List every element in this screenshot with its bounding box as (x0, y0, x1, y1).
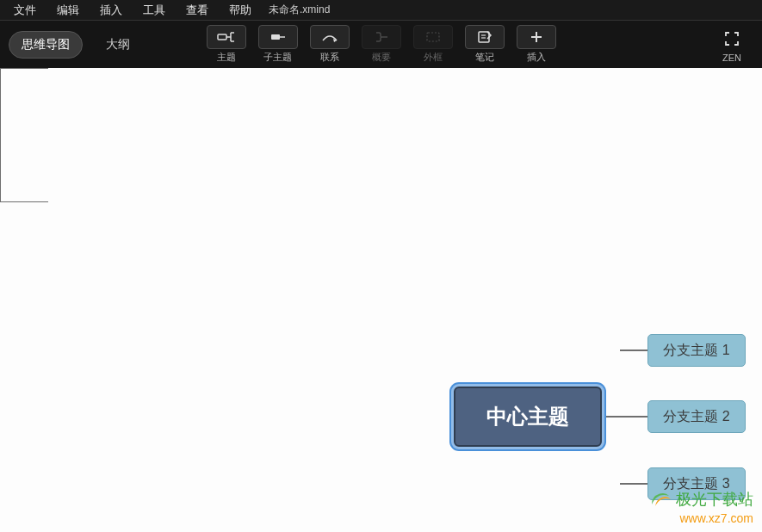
note-label: 笔记 (475, 51, 494, 64)
subtopic-icon (258, 25, 298, 49)
svg-rect-5 (271, 34, 280, 40)
connector-line (0, 68, 48, 202)
note-button[interactable]: 笔记 (462, 25, 507, 64)
topic-label: 主题 (217, 51, 236, 64)
boundary-button[interactable]: 外框 (411, 25, 455, 64)
boundary-icon (413, 25, 453, 49)
summary-button[interactable]: 概要 (359, 25, 404, 64)
menu-file[interactable]: 文件 (3, 0, 46, 21)
menu-insert[interactable]: 插入 (90, 0, 133, 21)
menu-view[interactable]: 查看 (176, 0, 219, 21)
document-title: 未命名.xmind (262, 3, 330, 17)
summary-label: 概要 (372, 51, 391, 64)
central-topic[interactable]: 中心主题 (454, 387, 602, 447)
branch-topic-1[interactable]: 分支主题 1 (647, 334, 746, 367)
relation-button[interactable]: 联系 (307, 25, 352, 64)
topic-button[interactable]: 主题 (204, 25, 249, 64)
branch-topic-2[interactable]: 分支主题 2 (647, 400, 746, 433)
summary-icon (362, 25, 401, 49)
watermark-text: 极光下载站 (676, 489, 753, 510)
relation-label: 联系 (320, 51, 339, 64)
subtopic-button[interactable]: 子主题 (256, 25, 300, 64)
fullscreen-icon (712, 27, 752, 51)
view-mindmap-button[interactable]: 思维导图 (9, 31, 83, 59)
canvas[interactable]: 中心主题 分支主题 1 分支主题 2 分支主题 3 极光下载站 www.xz7.… (0, 68, 762, 532)
boundary-label: 外框 (424, 51, 443, 64)
menubar: 文件 编辑 插入 工具 查看 帮助 未命名.xmind (0, 0, 762, 21)
svg-rect-0 (218, 34, 226, 40)
subtopic-label: 子主题 (263, 51, 292, 64)
insert-label: 插入 (527, 51, 546, 64)
insert-icon (517, 25, 556, 49)
insert-button[interactable]: 插入 (514, 25, 559, 64)
view-toggle: 思维导图 大纲 (9, 31, 143, 59)
relation-icon (310, 25, 350, 49)
connector-line (601, 416, 647, 418)
toolbar-center: 主题 子主题 联系 概要 外框 (204, 25, 559, 64)
svg-rect-10 (479, 32, 489, 42)
menu-tools[interactable]: 工具 (133, 0, 176, 21)
toolbar: 思维导图 大纲 主题 子主题 联系 概要 (0, 21, 762, 68)
watermark-logo-icon (648, 487, 672, 511)
connector-line (620, 350, 647, 351)
svg-rect-9 (427, 33, 439, 41)
view-outline-button[interactable]: 大纲 (93, 31, 143, 59)
menu-help[interactable]: 帮助 (219, 0, 262, 21)
note-icon (465, 25, 505, 49)
watermark-url: www.xz7.com (679, 511, 753, 525)
menu-edit[interactable]: 编辑 (46, 0, 90, 21)
topic-icon (207, 25, 246, 49)
watermark: 极光下载站 www.xz7.com (648, 487, 753, 525)
zen-label: ZEN (722, 53, 741, 63)
zen-button[interactable]: ZEN (712, 27, 752, 63)
connector-line (620, 483, 647, 485)
